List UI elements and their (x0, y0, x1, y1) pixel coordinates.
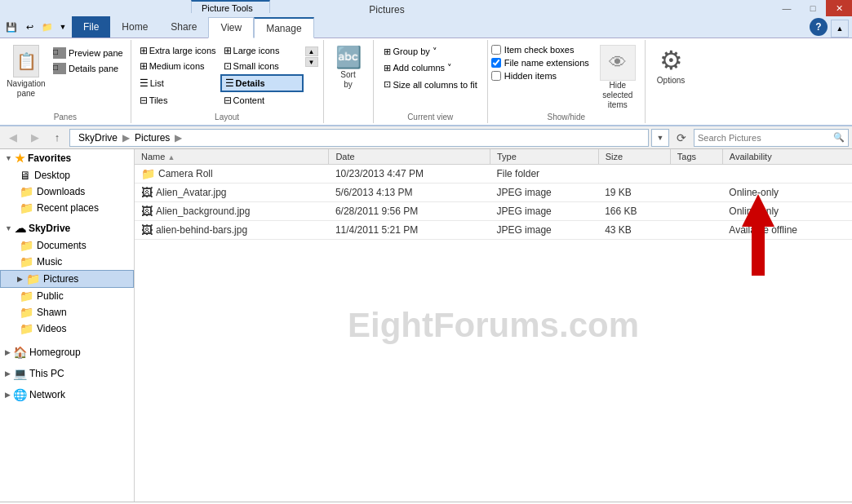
navigation-pane-button[interactable]: 📋 Navigation pane (5, 43, 47, 100)
tiles-button[interactable]: ⊟ Tiles (136, 93, 220, 108)
layout-scroll-down[interactable]: ▼ (305, 57, 318, 67)
preview-pane-button[interactable]: □ Preview pane (51, 46, 126, 60)
column-tags[interactable]: Tags (670, 149, 722, 165)
network-section: ▶ 🌐 Network (0, 386, 134, 404)
cell-size: 19 KB (598, 183, 670, 202)
large-icons-button[interactable]: ⊞ Large icons (220, 43, 304, 58)
hide-selected-items-button[interactable]: 👁 Hide selected items (594, 45, 641, 110)
homegroup-header[interactable]: ▶ 🏠 Homegroup (0, 343, 134, 361)
network-label: Network (29, 389, 65, 400)
sidebar-item-music[interactable]: 📁 Music (0, 254, 134, 270)
small-icons-button[interactable]: ⊡ Small icons (220, 59, 304, 73)
public-icon: 📁 (20, 290, 33, 303)
favorites-header[interactable]: ▼ ★ Favorites (0, 149, 134, 167)
extra-large-icons-button[interactable]: ⊞ Extra large icons (136, 43, 220, 58)
quick-redo-button[interactable]: 📁 (39, 19, 55, 35)
help-button[interactable]: ? (810, 18, 828, 36)
table-row[interactable]: 📁Camera Roll 10/23/2013 4:47 PM File fol… (135, 165, 852, 183)
quick-dropdown-button[interactable]: ▼ (57, 19, 69, 35)
layout-scroll-up[interactable]: ▲ (305, 46, 318, 56)
ribbon-collapse-button[interactable]: ▲ (831, 20, 849, 38)
forward-button[interactable]: ▶ (25, 129, 45, 147)
hidden-items-option[interactable]: Hidden items (491, 71, 589, 81)
tab-view[interactable]: View (208, 17, 254, 38)
ribbon-group-label-show-hide: Show/hide (488, 113, 645, 122)
hidden-items-checkbox[interactable] (491, 71, 501, 81)
skydrive-header[interactable]: ▼ ☁ SkyDrive (0, 219, 134, 237)
file-table: Name ▲ Date Type Size Tags Availability … (135, 149, 852, 240)
options-button[interactable]: ⚙ Options (652, 42, 690, 88)
quick-save-button[interactable]: 💾 (3, 19, 20, 35)
ribbon: Panes 📋 Navigation pane □ Preview pane □… (0, 38, 852, 126)
homegroup-icon: 🏠 (13, 346, 27, 359)
maximize-button[interactable]: □ (800, 0, 826, 16)
address-path[interactable]: SkyDrive ▶ Pictures ▶ (69, 129, 649, 147)
column-availability[interactable]: Availability (722, 149, 852, 165)
window-title: Pictures (0, 1, 774, 15)
size-all-columns-button[interactable]: ⊡ Size all columns to fit (380, 77, 481, 91)
details-button[interactable]: ☰ Details (220, 74, 304, 92)
table-row[interactable]: 🖼Alien_background.jpg 6/28/2011 9:56 PM … (135, 202, 852, 221)
quick-undo-button[interactable]: ↩ (21, 19, 38, 35)
cell-tags (670, 221, 722, 240)
address-path-dropdown[interactable]: ▼ (651, 129, 669, 147)
sidebar-item-videos[interactable]: 📁 Videos (0, 321, 134, 337)
table-row[interactable]: 🖼alien-behind-bars.jpg 11/4/2011 5:21 PM… (135, 221, 852, 240)
cell-type: JPEG image (490, 202, 598, 221)
tab-share[interactable]: Share (159, 16, 208, 38)
file-name-extensions-option[interactable]: File name extensions (491, 58, 589, 68)
close-button[interactable]: ✕ (826, 0, 852, 16)
sidebar-item-documents[interactable]: 📁 Documents (0, 237, 134, 254)
group-by-button[interactable]: ⊞ Group by ˅ (380, 45, 481, 59)
column-date[interactable]: Date (329, 149, 490, 165)
back-button[interactable]: ◀ (3, 129, 23, 147)
add-columns-button[interactable]: ⊞ Add columns ˅ (380, 61, 481, 75)
cell-tags (670, 202, 722, 221)
sidebar-item-public[interactable]: 📁 Public (0, 288, 134, 304)
skydrive-label: SkyDrive (29, 223, 70, 234)
refresh-button[interactable]: ⟳ (672, 129, 691, 147)
file-name-extensions-checkbox[interactable] (491, 58, 501, 68)
tab-manage[interactable]: Manage (254, 17, 313, 38)
network-header[interactable]: ▶ 🌐 Network (0, 386, 134, 404)
videos-icon: 📁 (20, 322, 33, 335)
content-button[interactable]: ⊟ Content (220, 93, 304, 108)
medium-icons-button[interactable]: ⊞ Medium icons (136, 59, 220, 73)
documents-icon: 📁 (20, 239, 33, 252)
details-pane-icon: □ (53, 63, 66, 74)
column-name[interactable]: Name ▲ (135, 149, 329, 165)
sort-by-button[interactable]: 🔤 Sort by (331, 42, 366, 93)
column-size[interactable]: Size (598, 149, 670, 165)
this-pc-header[interactable]: ▶ 💻 This PC (0, 365, 134, 382)
sidebar-item-pictures[interactable]: ▶ 📁 Pictures (0, 270, 134, 288)
window-controls: — □ ✕ (774, 0, 852, 16)
homegroup-expand-icon: ▶ (5, 348, 11, 356)
group-by-icon: ⊞ (384, 46, 391, 57)
list-button[interactable]: ☰ List (136, 74, 220, 92)
table-row[interactable]: 🖼Alien_Avatar.jpg 5/6/2013 4:13 PM JPEG … (135, 183, 852, 202)
search-input[interactable] (698, 133, 832, 143)
sidebar-item-downloads[interactable]: 📁 Downloads (0, 183, 134, 200)
add-columns-icon: ⊞ (384, 63, 391, 73)
minimize-button[interactable]: — (774, 0, 800, 16)
large-icons-icon: ⊞ (224, 45, 232, 56)
sidebar-item-shawn[interactable]: 📁 Shawn (0, 304, 134, 321)
quick-access-toolbar: 💾 ↩ 📁 ▼ (0, 16, 72, 38)
details-pane-button[interactable]: □ Details pane (51, 62, 126, 75)
search-box[interactable]: 🔍 (694, 129, 849, 147)
sidebar-item-recent-places[interactable]: 📁 Recent places (0, 200, 134, 216)
up-button[interactable]: ↑ (47, 129, 67, 147)
homegroup-label: Homegroup (29, 347, 81, 358)
nav-pane-icon: 📋 (13, 45, 39, 77)
tab-home[interactable]: Home (110, 16, 159, 38)
path-segment-pictures: Pictures (131, 132, 173, 144)
column-type[interactable]: Type (490, 149, 598, 165)
tab-file[interactable]: File (72, 16, 110, 38)
tiles-icon: ⊟ (140, 95, 148, 106)
hide-selected-icon: 👁 (600, 45, 636, 81)
watermark: EightForums.com (348, 306, 639, 345)
item-check-boxes-option[interactable]: Item check boxes (491, 45, 589, 55)
sidebar-item-desktop[interactable]: 🖥 Desktop (0, 167, 134, 183)
item-check-boxes-checkbox[interactable] (491, 45, 501, 55)
current-view-group: Current view ⊞ Group by ˅ ⊞ Add columns … (374, 40, 488, 123)
